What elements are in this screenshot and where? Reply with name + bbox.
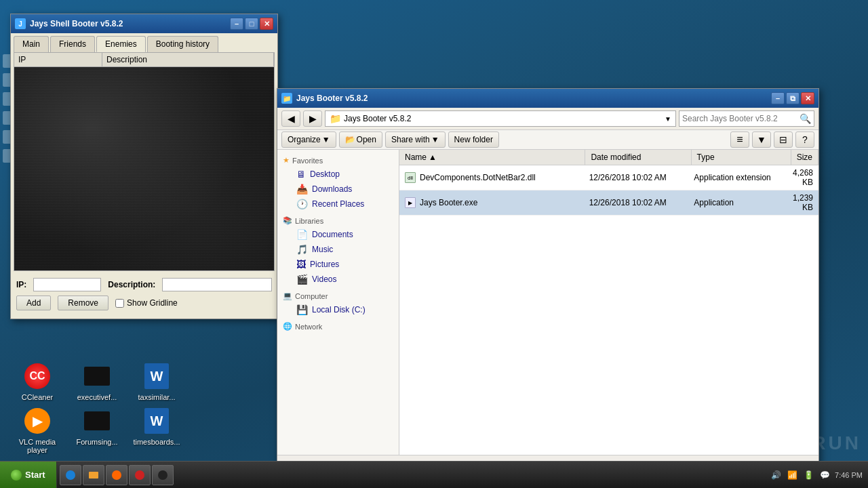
nav-videos[interactable]: 🎬 Videos bbox=[277, 272, 399, 287]
network-taskbar-icon[interactable]: 📶 bbox=[786, 469, 798, 481]
speaker-icon[interactable]: 🔊 bbox=[770, 469, 782, 481]
nav-documents[interactable]: 📄 Documents bbox=[277, 227, 399, 242]
tab-friends[interactable]: Friends bbox=[50, 36, 95, 52]
tab-booting-history[interactable]: Booting history bbox=[147, 36, 218, 52]
notification-icon[interactable]: 💬 bbox=[818, 469, 831, 481]
ie-icon bbox=[66, 470, 75, 480]
start-label: Start bbox=[25, 470, 45, 480]
booter-title-text: Jays Shell Booter v5.8.2 bbox=[30, 19, 123, 28]
explorer-close-button[interactable]: ✕ bbox=[801, 92, 814, 104]
libraries-section: 📚 Libraries 📄 Documents 🎵 Music 🖼 Pictur… bbox=[277, 214, 399, 287]
explorer-restore-button[interactable]: ⧉ bbox=[786, 92, 800, 104]
header-type[interactable]: Type bbox=[692, 150, 791, 165]
forumsing-img bbox=[84, 411, 110, 430]
file-size-exe: 1,239 KB bbox=[787, 192, 818, 214]
header-type-text: Type bbox=[697, 152, 715, 162]
back-button[interactable]: ◀ bbox=[281, 110, 300, 127]
booter-close-button[interactable]: ✕ bbox=[260, 18, 273, 30]
taskbar-av[interactable] bbox=[129, 465, 151, 485]
taskbar-ie[interactable] bbox=[60, 465, 81, 485]
view-dropdown-button[interactable]: ▼ bbox=[752, 131, 771, 148]
libraries-icon: 📚 bbox=[283, 216, 292, 225]
file-row-exe[interactable]: ▶ Jays Booter.exe 12/26/2018 10:02 AM Ap… bbox=[399, 190, 818, 216]
open-button[interactable]: 📂 Open bbox=[339, 131, 382, 148]
downloads-icon: 📥 bbox=[296, 184, 308, 195]
address-bar[interactable]: 📁 Jays Booter v5.8.2 ▼ bbox=[325, 110, 676, 127]
taskbar-circle[interactable] bbox=[152, 465, 174, 485]
booter-content: IP Description bbox=[14, 52, 275, 271]
battery-icon[interactable]: 🔋 bbox=[802, 469, 814, 481]
music-icon: 🎵 bbox=[296, 244, 308, 255]
start-button[interactable]: Start bbox=[0, 462, 57, 488]
header-size[interactable]: Size bbox=[791, 150, 818, 165]
desktop-icon-forumsing[interactable]: Forumsing... bbox=[73, 407, 121, 454]
network-header[interactable]: 🌐 Network bbox=[277, 320, 399, 333]
pictures-label: Pictures bbox=[310, 260, 339, 269]
favorites-star-icon: ★ bbox=[283, 156, 290, 165]
taskbar-folder[interactable] bbox=[83, 465, 104, 485]
header-date-modified[interactable]: Date modified bbox=[585, 150, 691, 165]
search-input[interactable] bbox=[682, 114, 797, 123]
file-row-dll[interactable]: dll DevComponents.DotNetBar2.dll 12/26/2… bbox=[399, 165, 818, 190]
executivef-img bbox=[84, 367, 110, 386]
desktop-icon-vlc[interactable]: ▶ VLC media player bbox=[14, 407, 61, 454]
taskbar-media[interactable] bbox=[106, 465, 127, 485]
share-label: Share with bbox=[391, 135, 430, 144]
forward-button[interactable]: ▶ bbox=[303, 110, 322, 127]
nav-pane: ★ Favorites 🖥 Desktop 📥 Downloads 🕐 Rece… bbox=[277, 150, 399, 455]
ip-input[interactable] bbox=[33, 278, 101, 291]
header-name[interactable]: Name ▲ bbox=[399, 150, 585, 165]
network-label: Network bbox=[295, 323, 322, 331]
nav-music[interactable]: 🎵 Music bbox=[277, 242, 399, 257]
view-list-button[interactable]: ≡ bbox=[730, 131, 749, 148]
help-button[interactable]: ? bbox=[795, 131, 814, 148]
downloads-label: Downloads bbox=[312, 184, 352, 194]
remove-button[interactable]: Remove bbox=[58, 296, 108, 310]
favorites-header[interactable]: ★ Favorites bbox=[277, 154, 399, 167]
organize-button[interactable]: Organize ▼ bbox=[281, 131, 336, 148]
computer-header[interactable]: 💻 Computer bbox=[277, 289, 399, 302]
address-dropdown[interactable]: ▼ bbox=[665, 115, 671, 123]
desktop-icon-taxsimilar[interactable]: W taxsimilar... bbox=[133, 362, 180, 401]
exe-file-icon: ▶ bbox=[405, 197, 416, 208]
booter-window: J Jays Shell Booter v5.8.2 – □ ✕ Main Fr… bbox=[10, 14, 278, 319]
libraries-header[interactable]: 📚 Libraries bbox=[277, 214, 399, 227]
file-date-exe: 12/26/2018 10:02 AM bbox=[584, 197, 689, 209]
desktop-icon-executivef[interactable]: executivef... bbox=[73, 362, 121, 401]
file-list: Name ▲ Date modified Type Size dll DevCo… bbox=[399, 150, 818, 455]
booter-dark-area bbox=[14, 67, 274, 270]
add-button[interactable]: Add bbox=[16, 296, 51, 310]
explorer-minimize-button[interactable]: – bbox=[771, 92, 785, 104]
network-section: 🌐 Network bbox=[277, 320, 399, 333]
booter-maximize-button[interactable]: □ bbox=[245, 18, 258, 30]
nav-desktop[interactable]: 🖥 Desktop bbox=[277, 167, 399, 182]
booter-table-header: IP Description bbox=[14, 53, 274, 67]
computer-section: 💻 Computer 💾 Local Disk (C:) bbox=[277, 289, 399, 317]
show-gridline-label: Show Gridline bbox=[127, 298, 178, 308]
file-type-exe: Application bbox=[688, 197, 787, 209]
desktop-icon-ccleaner[interactable]: CC CCleaner bbox=[14, 362, 61, 401]
search-icon[interactable]: 🔍 bbox=[800, 113, 811, 124]
search-bar[interactable]: 🔍 bbox=[679, 110, 814, 127]
new-folder-label: New folder bbox=[454, 135, 493, 144]
desktop-icon-timesboards[interactable]: W timesboards... bbox=[133, 407, 180, 454]
nav-local-disk[interactable]: 💾 Local Disk (C:) bbox=[277, 302, 399, 317]
open-label: Open bbox=[357, 135, 376, 144]
av-icon bbox=[135, 470, 144, 480]
desktop-icon-nav: 🖥 bbox=[296, 169, 306, 180]
booter-minimize-button[interactable]: – bbox=[230, 18, 243, 30]
tab-enemies[interactable]: Enemies bbox=[96, 36, 146, 52]
new-folder-button[interactable]: New folder bbox=[448, 131, 499, 148]
taskbar-items bbox=[57, 462, 764, 488]
desktop-icons-row-1: CC CCleaner executivef... W taxsimilar..… bbox=[14, 362, 180, 401]
nav-downloads[interactable]: 📥 Downloads bbox=[277, 182, 399, 197]
description-input[interactable] bbox=[162, 278, 272, 291]
nav-pictures[interactable]: 🖼 Pictures bbox=[277, 257, 399, 272]
folder-taskbar-icon bbox=[89, 472, 98, 479]
tab-main[interactable]: Main bbox=[14, 36, 49, 52]
share-with-button[interactable]: Share with ▼ bbox=[385, 131, 446, 148]
show-gridline-checkbox[interactable] bbox=[115, 299, 124, 308]
preview-pane-button[interactable]: ⊟ bbox=[774, 131, 793, 148]
nav-recent-places[interactable]: 🕐 Recent Places bbox=[277, 197, 399, 211]
share-arrow: ▼ bbox=[431, 135, 439, 144]
